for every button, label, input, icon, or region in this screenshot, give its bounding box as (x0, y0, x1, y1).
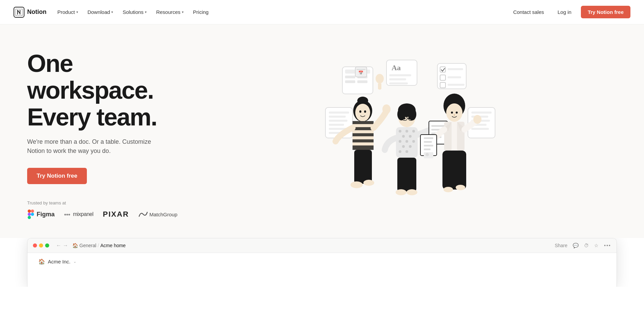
star-icon[interactable]: ☆ (594, 243, 599, 248)
svg-rect-27 (448, 76, 461, 78)
figma-icon (27, 210, 35, 219)
svg-rect-4 (28, 216, 31, 219)
svg-point-73 (399, 140, 401, 143)
hero-illustration-svg: 📅 Aa (315, 57, 505, 213)
login-button[interactable]: Log in (553, 6, 575, 18)
svg-point-79 (405, 150, 408, 153)
window-preview: ← → 🏠 General / Acme home Share 💬 ⏱ ☆ ••… (27, 238, 617, 287)
mixpanel-text: mixpanel (73, 211, 93, 217)
forward-icon[interactable]: → (63, 242, 68, 249)
hero-left: One workspace. Every team. We're more th… (27, 50, 204, 219)
clock-icon[interactable]: ⏱ (584, 243, 589, 248)
svg-rect-14 (357, 80, 367, 83)
svg-rect-101 (424, 137, 433, 139)
more-icon[interactable]: ••• (604, 243, 611, 248)
svg-point-97 (443, 187, 453, 192)
svg-rect-1 (28, 210, 31, 213)
matchgroup-icon (138, 211, 148, 218)
svg-rect-22 (389, 82, 408, 84)
nav-links: Product ▾ Download ▾ Solutions ▾ Resourc… (53, 6, 509, 18)
svg-point-47 (364, 111, 366, 113)
svg-rect-20 (389, 74, 411, 76)
nav-item-pricing[interactable]: Pricing (189, 6, 213, 18)
svg-point-55 (351, 181, 363, 188)
svg-rect-3 (28, 213, 31, 216)
svg-rect-18 (386, 60, 417, 85)
nav-label-pricing: Pricing (193, 9, 209, 15)
workspace-header: 🏠 Acme Inc. ⌄ (38, 258, 606, 265)
nav-item-resources[interactable]: Resources ▾ (152, 6, 188, 18)
hero-illustration: 📅 Aa (204, 50, 617, 219)
svg-point-69 (405, 130, 408, 133)
svg-point-70 (412, 130, 415, 133)
workspace-chevron-icon[interactable]: ⌄ (73, 259, 76, 264)
svg-point-56 (363, 180, 374, 186)
try-notion-free-button[interactable]: Try Notion free (581, 6, 630, 18)
svg-point-62 (403, 117, 405, 119)
nav-item-solutions[interactable]: Solutions ▾ (118, 6, 151, 18)
comment-icon[interactable]: 💬 (573, 243, 579, 248)
svg-rect-53 (353, 145, 374, 150)
svg-point-71 (402, 135, 405, 138)
matchgroup-logo: MatchGroup (138, 211, 177, 218)
svg-rect-84 (431, 125, 445, 127)
svg-rect-34 (329, 124, 344, 126)
hero-section: One workspace. Every team. We're more th… (0, 24, 644, 238)
svg-rect-51 (353, 133, 374, 136)
back-icon[interactable]: ← (56, 242, 61, 249)
svg-point-76 (402, 145, 405, 148)
svg-point-107 (376, 74, 384, 83)
svg-rect-21 (389, 78, 406, 80)
svg-point-68 (399, 130, 401, 133)
svg-rect-50 (353, 127, 374, 130)
mixpanel-icon (64, 212, 70, 218)
svg-point-89 (446, 103, 462, 122)
svg-point-5 (31, 213, 34, 216)
chevron-down-icon: ▾ (145, 10, 147, 14)
svg-rect-102 (424, 141, 432, 143)
nav-label-download: Download (88, 9, 110, 15)
nav-logo[interactable]: Notion (14, 7, 46, 18)
svg-point-78 (399, 150, 401, 153)
svg-point-92 (454, 115, 455, 116)
hero-title: One workspace. Every team. (27, 50, 204, 131)
nav-item-download[interactable]: Download ▾ (83, 6, 117, 18)
svg-rect-38 (471, 112, 492, 114)
window-minimize-dot[interactable] (39, 243, 43, 248)
workspace-name: Acme Inc. (48, 259, 71, 264)
breadcrumb-separator: / (98, 243, 99, 248)
svg-rect-103 (424, 145, 433, 146)
navbar: Notion Product ▾ Download ▾ Solutions ▾ … (0, 0, 644, 24)
window-dots (33, 243, 49, 248)
window-breadcrumb: 🏠 General / Acme home (72, 243, 126, 248)
svg-rect-80 (397, 158, 416, 192)
workspace-icon: 🏠 (38, 258, 45, 265)
svg-point-72 (409, 135, 412, 138)
window-maximize-dot[interactable] (45, 243, 49, 248)
svg-rect-104 (424, 149, 431, 150)
share-label[interactable]: Share (555, 243, 567, 248)
svg-point-7 (67, 214, 68, 215)
svg-rect-31 (329, 112, 349, 114)
svg-rect-25 (448, 68, 463, 70)
breadcrumb-current: Acme home (100, 243, 126, 248)
pixar-text: PIXAR (103, 210, 129, 218)
nav-right: Contact sales Log in Try Notion free (509, 6, 630, 18)
svg-text:📅: 📅 (358, 70, 363, 75)
contact-sales-button[interactable]: Contact sales (509, 6, 548, 18)
chevron-down-icon: ▾ (76, 10, 78, 14)
window-close-dot[interactable] (33, 243, 37, 248)
hero-subtitle: We're more than a doc. Or a table. Custo… (27, 137, 156, 156)
svg-rect-42 (471, 128, 489, 130)
hero-cta-button[interactable]: Try Notion free (27, 168, 87, 184)
svg-point-106 (425, 153, 429, 156)
svg-point-75 (412, 140, 415, 143)
nav-item-product[interactable]: Product ▾ (53, 6, 82, 18)
svg-rect-96 (442, 151, 466, 190)
chevron-down-icon: ▾ (111, 10, 113, 14)
window-titlebar: ← → 🏠 General / Acme home Share 💬 ⏱ ☆ ••… (27, 238, 617, 253)
svg-point-91 (456, 112, 458, 114)
mixpanel-logo: mixpanel (64, 211, 93, 218)
breadcrumb-parent[interactable]: General (79, 243, 96, 248)
home-icon: 🏠 (72, 243, 78, 248)
